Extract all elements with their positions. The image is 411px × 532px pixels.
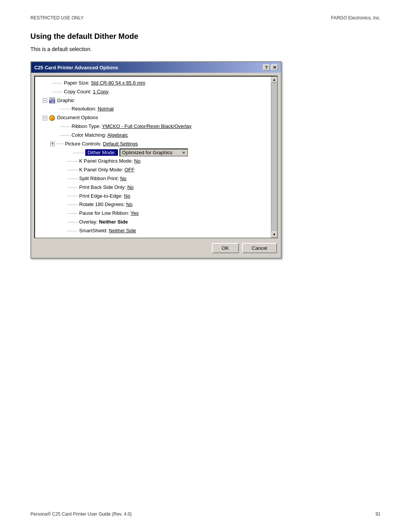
scroll-track[interactable] [271, 83, 277, 232]
dither-mode-dropdown[interactable]: Optimized for Graphics ▼ [119, 149, 188, 157]
doc-expand[interactable]: − [43, 116, 47, 120]
scroll-down-arrow[interactable]: ▼ [271, 232, 277, 238]
picture-controls-value: Default Settings [103, 141, 138, 147]
tree-row-overlay: ············ Overlay: Neither Side [37, 218, 268, 227]
svg-rect-3 [53, 99, 54, 103]
header-bar: RESTRICTED USE ONLY FARGO Electronics, I… [30, 15, 381, 21]
print-back-value: No [127, 184, 134, 190]
picture-expand[interactable]: + [50, 142, 55, 146]
tree-row-rotate: ············ Rotate 180 Degrees: No [37, 200, 268, 209]
doc-icon: ⚙ [49, 115, 56, 121]
button-row: OK Cancel [34, 241, 278, 255]
tree-row-ribbon-type: ············ Ribbon Type: YMCKO - Full C… [37, 122, 268, 131]
ok-button[interactable]: OK [212, 243, 239, 253]
svg-rect-1 [49, 101, 51, 103]
k-panel-graphics-value: No [134, 158, 141, 164]
graphic-icon [49, 97, 56, 104]
footer-left: Persona® C25 Card Printer User Guide (Re… [30, 511, 132, 517]
tree-dots: ········ [56, 140, 64, 147]
header-left: RESTRICTED USE ONLY [30, 15, 84, 21]
page: RESTRICTED USE ONLY FARGO Electronics, I… [0, 0, 411, 532]
page-number: 91 [376, 511, 381, 517]
tree-dots: ············ [73, 150, 84, 155]
tree-row-pause-ribbon: ············ Pause for Low Ribbon: Yes [37, 209, 268, 218]
tree-row-edge-to-edge: ············ Print Edge-to-Edge: No [37, 192, 268, 201]
rotate-value: No [126, 201, 133, 207]
tree-content: ············ Paper Size: Std CR-80 54 x … [37, 79, 276, 235]
tree-dots: ············ [59, 132, 70, 139]
tree-row-color-matching: ············ Color Matching: Algebraic [37, 131, 268, 140]
tree-dots: ············ [59, 123, 70, 130]
ribbon-type-value: YMCKO - Full Color/Resin Black/Overlay [102, 123, 192, 129]
tree-dots: ············ [67, 201, 78, 208]
edge-to-edge-value: No [124, 193, 131, 199]
tree-row-print-back: ············ Print Back Side Only: No [37, 183, 268, 192]
scroll-up-arrow[interactable]: ▲ [271, 77, 277, 83]
tree-dots: ············ [52, 80, 62, 87]
intro-text: This is a default selection. [30, 46, 381, 52]
tree-row-copy-count: ············ Copy Count: 1 Copy [37, 88, 268, 96]
help-button[interactable]: ? [263, 64, 270, 70]
tree-dots: ············ [67, 175, 78, 182]
scrollbar[interactable]: ▲ ▼ [271, 77, 277, 238]
close-button[interactable]: ✕ [271, 64, 278, 70]
tree-dots: ············ [67, 158, 78, 165]
tree-dots: ············ [59, 105, 70, 113]
titlebar-buttons: ? ✕ [263, 64, 278, 70]
svg-rect-4 [54, 100, 55, 103]
tree-row-document-options: − ⚙ Document Options [37, 113, 268, 122]
tree-row-split-ribbon: ············ Split Ribbon Print: No [37, 174, 268, 183]
dialog-title: C25 Card Printer Advanced Options [34, 65, 118, 70]
cancel-button[interactable]: Cancel [242, 243, 277, 253]
tree-row-k-panel-only: ············ K Panel Only Mode: OFF [37, 166, 268, 174]
overlay-value: Neither Side [99, 219, 128, 225]
split-ribbon-value: No [120, 176, 127, 181]
dialog-titlebar: C25 Card Printer Advanced Options ? ✕ [31, 62, 281, 73]
tree-dots: ············ [67, 210, 78, 217]
smartshield-value: Neither Side [109, 228, 136, 233]
tree-row-smartshield: ············ SmartShield: Neither Side [37, 227, 268, 235]
tree-row-paper-size: ············ Paper Size: Std CR-80 54 x … [37, 79, 268, 88]
header-right: FARGO Electronics, Inc. [331, 15, 381, 21]
doc-options-label: Document Options [57, 114, 98, 122]
dialog-body: ············ Paper Size: Std CR-80 54 x … [31, 73, 281, 258]
tree-row-resolution: ············ Resolution: Normal [37, 105, 268, 113]
svg-rect-2 [51, 99, 52, 103]
footer: Persona® C25 Card Printer User Guide (Re… [30, 511, 381, 517]
tree-row-graphic: − Graphic [37, 96, 268, 105]
pause-ribbon-value: Yes [131, 210, 139, 216]
tree-dots: ············ [67, 192, 78, 200]
tree-dots: ············ [67, 227, 78, 235]
dither-mode-label: Dither Mode: [85, 149, 118, 156]
copy-count-value: 1 Copy [93, 89, 108, 94]
tree-row-picture-controls: + ········ Picture Controls: Default Set… [37, 140, 268, 149]
resolution-value: Normal [98, 106, 114, 112]
dither-mode-value: Optimized for Graphics [122, 150, 172, 155]
paper-size-value: Std CR-80 54 x 85.6 mm [91, 80, 145, 86]
dialog-window: C25 Card Printer Advanced Options ? ✕ ··… [30, 61, 282, 259]
section-title: Using the default Dither Mode [30, 32, 381, 41]
graphic-expand[interactable]: − [43, 98, 47, 103]
tree-panel: ············ Paper Size: Std CR-80 54 x … [34, 76, 278, 238]
titlebar-left: C25 Card Printer Advanced Options [34, 65, 118, 70]
k-panel-only-value: OFF [124, 167, 134, 173]
color-matching-value: Algebraic [107, 132, 128, 138]
tree-dots: ············ [67, 219, 78, 226]
dropdown-arrow-icon: ▼ [182, 150, 186, 155]
tree-dots: ············ [52, 88, 62, 96]
svg-text:⚙: ⚙ [51, 117, 54, 120]
tree-row-k-panel-graphics: ············ K Panel Graphics Mode: No [37, 157, 268, 166]
tree-dots: ············ [67, 184, 78, 191]
graphic-label: Graphic [57, 97, 75, 105]
tree-row-dither-mode: ············ Dither Mode: Optimized for … [37, 148, 268, 157]
tree-dots: ············ [67, 166, 78, 174]
